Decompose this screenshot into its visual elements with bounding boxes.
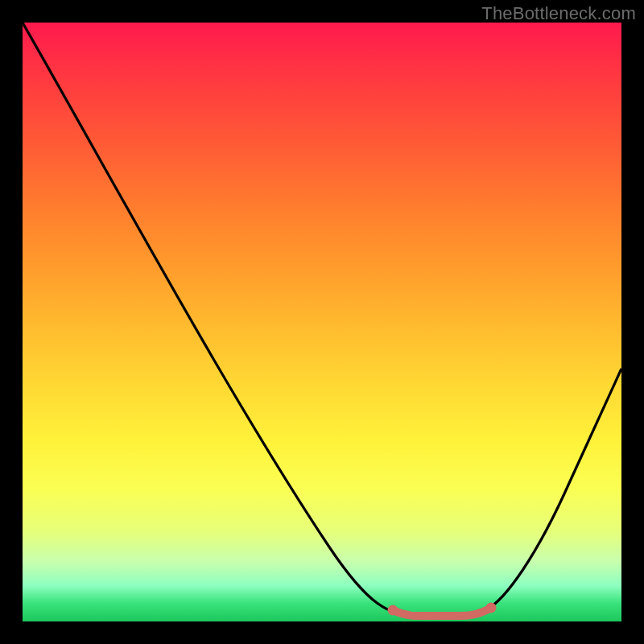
chart-svg — [23, 23, 621, 621]
bottleneck-highlight-path — [393, 608, 491, 616]
bottleneck-curve-path — [23, 23, 621, 616]
highlight-endpoint-left — [388, 605, 398, 616]
highlight-endpoint-right — [486, 603, 497, 613]
chart-plot-area — [23, 23, 621, 621]
watermark-text: TheBottleneck.com — [481, 3, 636, 24]
